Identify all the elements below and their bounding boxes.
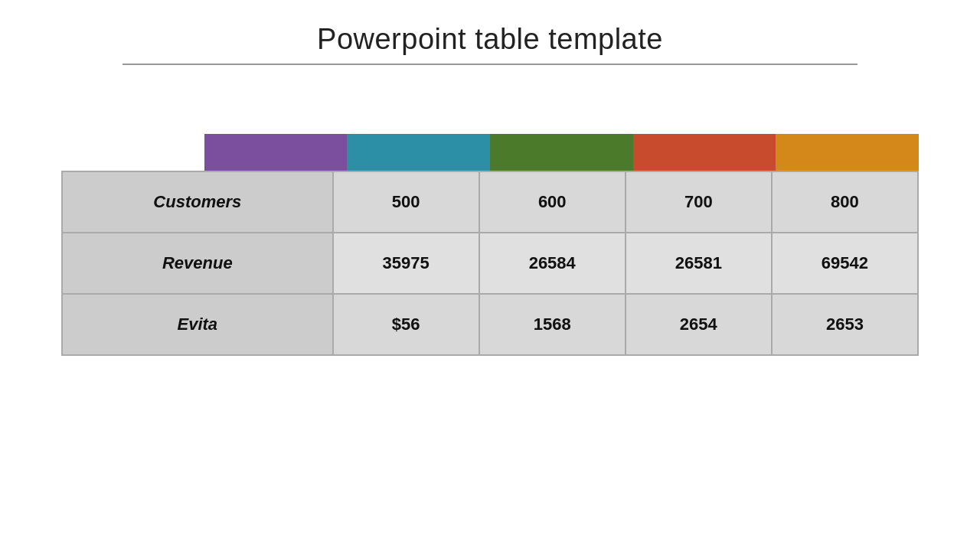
strip-cell-2019 — [490, 134, 633, 171]
cell-0-0: 500 — [333, 171, 479, 233]
envelope-2018: 2018 — [368, 96, 505, 134]
slide: Powerpoint table template $0000 2018 201… — [0, 0, 980, 551]
cell-2-3: 2653 — [772, 294, 918, 355]
cell-2-2: 2654 — [626, 294, 772, 355]
strip-cell-2021 — [776, 134, 919, 171]
envelope-2020: 2020 — [643, 96, 781, 134]
cell-label-1: Revenue — [62, 233, 333, 294]
envelope-top-2020: 2020 — [643, 96, 781, 134]
table-row: Customers500600700800 — [62, 171, 918, 233]
slide-title: Powerpoint table template — [317, 23, 663, 56]
data-table: Customers500600700800Revenue359752658426… — [61, 171, 919, 356]
header-col-2018: 2018 — [368, 96, 505, 134]
envelope-top-2019: 2019 — [505, 96, 643, 134]
cell-1-0: 35975 — [333, 233, 479, 294]
strip-cell-2020 — [633, 134, 776, 171]
title-divider — [122, 64, 858, 65]
header-col-2020: 2020 — [643, 96, 781, 134]
cell-1-3: 69542 — [772, 233, 918, 294]
strip-cell-label — [204, 134, 348, 171]
color-strip-row — [61, 134, 919, 171]
envelope-top-label: $0000 — [230, 96, 368, 134]
cell-0-2: 700 — [626, 171, 772, 233]
envelope-top-2018: 2018 — [368, 96, 505, 134]
cell-2-1: 1568 — [479, 294, 626, 355]
envelope-label: $0000 — [230, 96, 368, 134]
cell-label-0: Customers — [62, 171, 333, 233]
header-columns: $0000 2018 2019 2020 2021 — [230, 96, 919, 134]
cell-1-2: 26581 — [626, 233, 772, 294]
table-row: Evita$56156826542653 — [62, 294, 918, 355]
envelope-2021: 2021 — [781, 96, 919, 134]
strip-label-spacer — [61, 134, 204, 171]
header-col-2019: 2019 — [505, 96, 643, 134]
header-col-label: $0000 — [230, 96, 368, 134]
table-row: Revenue35975265842658169542 — [62, 233, 918, 294]
header-col-2021: 2021 — [781, 96, 919, 134]
header-area: $0000 2018 2019 2020 2021 — [61, 96, 919, 134]
table-wrapper: $0000 2018 2019 2020 2021 Custo — [61, 96, 919, 356]
cell-2-0: $56 — [333, 294, 479, 355]
strip-cell-2018 — [347, 134, 490, 171]
envelope-2019: 2019 — [505, 96, 643, 134]
cell-label-2: Evita — [62, 294, 333, 355]
cell-1-1: 26584 — [479, 233, 626, 294]
envelope-top-2021: 2021 — [781, 96, 919, 134]
cell-0-1: 600 — [479, 171, 626, 233]
cell-0-3: 800 — [772, 171, 918, 233]
